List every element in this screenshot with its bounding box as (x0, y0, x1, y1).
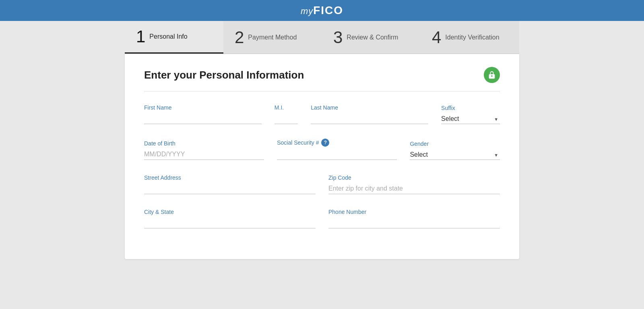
form-card: Enter your Personal Information First Na… (125, 54, 519, 259)
dob-input[interactable] (144, 149, 264, 160)
ssn-input[interactable] (277, 149, 397, 160)
mi-input[interactable] (275, 113, 298, 124)
page-content: 1 Personal Info 2 Payment Method 3 Revie… (0, 21, 644, 309)
phone-group: Phone Number (328, 209, 500, 228)
gender-label: Gender (410, 141, 500, 147)
gender-group: Gender Select Male Female (410, 141, 500, 160)
security-badge (484, 67, 500, 83)
zip-group: Zip Code (328, 174, 500, 194)
form-title: Enter your Personal Information (144, 69, 304, 81)
step-3-number: 3 (333, 29, 343, 46)
city-label: City & State (144, 209, 316, 215)
form-header: Enter your Personal Information (144, 67, 500, 91)
name-row: First Name M.I. Last Name Suffix Select … (144, 104, 500, 124)
dob-ssn-row: Date of Birth Social Security # ? Gender… (144, 139, 500, 160)
street-input[interactable] (144, 183, 316, 194)
suffix-label: Suffix (441, 105, 500, 111)
step-2-label: Payment Method (248, 34, 297, 41)
last-name-input[interactable] (311, 113, 428, 124)
dob-group: Date of Birth (144, 140, 264, 160)
ssn-label: Social Security # ? (277, 139, 397, 147)
phone-input[interactable] (328, 218, 500, 228)
first-name-label: First Name (144, 104, 262, 111)
gender-select[interactable]: Select Male Female (410, 149, 500, 160)
lock-icon (487, 71, 496, 79)
city-group: City & State (144, 209, 316, 228)
zip-input[interactable] (328, 183, 500, 194)
mi-label: M.I. (275, 104, 298, 111)
last-name-label: Last Name (311, 104, 428, 111)
first-name-group: First Name (144, 104, 262, 124)
step-3-label: Review & Confirm (347, 34, 398, 41)
suffix-select-wrapper: Select Jr. Sr. II III IV (441, 114, 500, 124)
gender-select-wrapper: Select Male Female (410, 149, 500, 160)
city-phone-row: City & State Phone Number (144, 209, 500, 228)
step-1-number: 1 (136, 28, 145, 45)
step-2-number: 2 (235, 29, 244, 46)
zip-label: Zip Code (328, 174, 500, 181)
street-group: Street Address (144, 174, 316, 194)
step-4-number: 4 (432, 29, 441, 46)
step-4-label: Identity Verification (445, 34, 499, 41)
site-logo: myFICO (301, 4, 343, 17)
step-1[interactable]: 1 Personal Info (125, 21, 223, 54)
first-name-input[interactable] (144, 113, 262, 124)
ssn-info-icon[interactable]: ? (321, 139, 329, 147)
city-input[interactable] (144, 218, 316, 228)
mi-group: M.I. (275, 104, 298, 124)
suffix-group: Suffix Select Jr. Sr. II III IV (441, 105, 500, 124)
steps-nav: 1 Personal Info 2 Payment Method 3 Revie… (125, 21, 519, 54)
last-name-group: Last Name (311, 104, 428, 124)
address-row: Street Address Zip Code (144, 174, 500, 194)
logo-fico: FICO (313, 4, 343, 17)
step-2[interactable]: 2 Payment Method (223, 21, 322, 54)
ssn-label-text: Social Security # (277, 139, 319, 146)
step-1-label: Personal Info (149, 33, 187, 40)
ssn-group: Social Security # ? (277, 139, 397, 160)
suffix-select[interactable]: Select Jr. Sr. II III IV (441, 114, 500, 124)
step-4[interactable]: 4 Identity Verification (421, 21, 519, 54)
dob-label: Date of Birth (144, 140, 264, 147)
logo-my: my (301, 6, 313, 16)
step-3[interactable]: 3 Review & Confirm (322, 21, 421, 54)
site-header: myFICO (0, 0, 644, 21)
street-label: Street Address (144, 174, 316, 181)
phone-label: Phone Number (328, 209, 500, 215)
